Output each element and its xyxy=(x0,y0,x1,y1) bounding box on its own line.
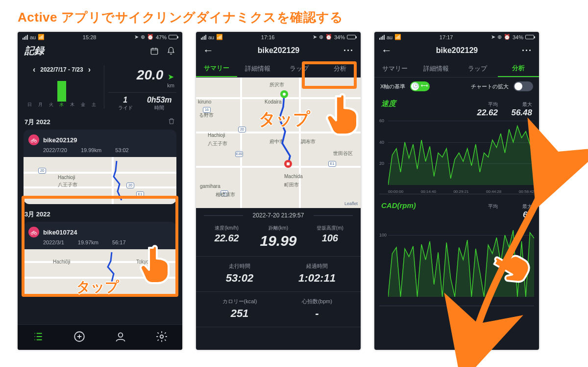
more-menu-button[interactable]: ··· xyxy=(343,46,354,56)
wifi-icon: 📶 xyxy=(38,34,45,40)
bike-icon xyxy=(28,134,39,145)
date-range-label: 2022/7/17 - 7/23 xyxy=(40,66,83,73)
screen-title: bike202129 xyxy=(258,46,299,55)
screenshot-analysis: au 📶 17:17 ➤⊕⏰ 34% ← bike202129 ··· サマリー… xyxy=(374,32,539,350)
month-heading: 3月 2022 xyxy=(24,210,50,219)
rides-count-label: ライド xyxy=(108,105,143,111)
status-bar: au 📶 15:28 ➤ ⊕ ⏰ 47% xyxy=(18,32,182,40)
elevation-label: 登坂高度(m) xyxy=(304,225,356,232)
next-week-button[interactable]: › xyxy=(88,65,91,74)
elapsed-time-label: 経過時間 xyxy=(278,262,356,270)
screen-title: 記録 xyxy=(24,44,44,57)
tab-bar: サマリー 詳細情報 ラップ 分析 xyxy=(374,60,539,78)
tab-summary[interactable]: サマリー xyxy=(196,60,237,77)
weekday-label: 日 xyxy=(25,102,34,108)
weekday-label: 水 xyxy=(57,102,66,108)
chart-zoom-label: チャートの拡大 xyxy=(471,83,509,90)
hr-label: 心拍数(bpm) xyxy=(278,298,356,305)
calories-value: 251 xyxy=(201,307,278,320)
back-button[interactable]: ← xyxy=(203,44,214,57)
tab-laps[interactable]: ラップ xyxy=(278,60,319,77)
max-label: 最大 xyxy=(498,101,532,108)
moving-time-value: 53:02 xyxy=(201,272,278,285)
bell-icon[interactable] xyxy=(167,47,175,55)
status-bar: au 📶 17:17 ➤⊕⏰ 34% xyxy=(374,32,539,40)
weekday-label: 金 xyxy=(79,102,88,108)
battery-pct: 34% xyxy=(334,34,345,40)
ride-card[interactable]: bike202129 2022/7/20 19.99km 53:02 20 20… xyxy=(24,130,176,204)
tab-analysis[interactable]: 分析 xyxy=(498,60,539,77)
svg-point-4 xyxy=(34,233,37,235)
cad-max-value: 64 xyxy=(498,210,532,220)
battery-icon xyxy=(525,35,534,39)
trend-arrow-icon: ➤ xyxy=(168,72,174,81)
wifi-icon: 📶 xyxy=(394,34,401,40)
ride-date: 2022/3/1 xyxy=(43,239,64,245)
distance-unit: km xyxy=(167,82,174,88)
svg-point-1 xyxy=(31,140,33,143)
weekday-label: 月 xyxy=(36,102,45,108)
bike-icon xyxy=(28,227,39,237)
battery-icon xyxy=(347,35,356,39)
carrier-label: au xyxy=(208,34,214,40)
tab-details[interactable]: 詳細情報 xyxy=(416,60,457,77)
annotation-tap-label: タップ xyxy=(259,108,310,131)
screen-title: bike202129 xyxy=(436,46,478,55)
total-time-label: 時間 xyxy=(142,105,176,111)
status-time: 17:17 xyxy=(440,34,453,40)
speed-max-value: 56.48 xyxy=(498,108,532,118)
bottom-nav xyxy=(18,324,182,350)
more-menu-button[interactable]: ··· xyxy=(522,46,532,56)
carrier-label: au xyxy=(387,34,392,40)
nav-settings-icon[interactable] xyxy=(155,330,168,344)
stats-row-time: 走行時間 53:02 経過時間 1:02:11 xyxy=(196,257,361,292)
distance-label: 距離(km) xyxy=(252,225,304,232)
nav-list-icon[interactable] xyxy=(32,330,45,344)
speed-chart[interactable]: 20406000:00:0000:14:4000:29:2100:44:2800… xyxy=(379,121,534,194)
ride-title: bike202129 xyxy=(43,136,77,144)
ride-map-thumb: 20 20 E1 Hachioji 八王子市 xyxy=(24,157,176,204)
signal-icon xyxy=(379,35,385,40)
speed-value: 22.62 xyxy=(201,233,252,244)
trash-icon[interactable] xyxy=(168,117,175,127)
wifi-icon: 📶 xyxy=(216,34,223,40)
chart-title-cadence: CAD(rpm) xyxy=(381,201,464,210)
hr-value: - xyxy=(278,307,356,320)
moving-time-label: 走行時間 xyxy=(201,262,278,270)
prev-week-button[interactable]: ‹ xyxy=(33,65,35,74)
location-icon: ➤ xyxy=(134,34,139,40)
carrier-label: au xyxy=(30,34,36,40)
x-axis-basis-label: X軸の基準 xyxy=(380,83,405,90)
status-time: 17:16 xyxy=(261,34,275,40)
stats-row-misc: カロリー(kcal) 251 心拍数(bpm) - xyxy=(196,292,361,327)
weekday-label: 木 xyxy=(68,102,77,108)
status-bar: au 📶 17:16 ➤⊕⏰ 34% xyxy=(196,32,361,40)
route-end-pin-icon xyxy=(284,160,292,168)
calories-label: カロリー(kcal) xyxy=(201,298,278,305)
battery-icon xyxy=(169,35,177,39)
ride-date: 2022/7/20 xyxy=(43,147,67,153)
tab-details[interactable]: 詳細情報 xyxy=(237,60,278,77)
tab-laps[interactable]: ラップ xyxy=(457,60,498,77)
tab-summary[interactable]: サマリー xyxy=(374,60,416,77)
speed-avg-value: 22.62 xyxy=(464,108,498,118)
annotation-tap-hand-icon xyxy=(325,91,361,136)
chart-zoom-toggle[interactable] xyxy=(514,81,533,91)
tab-analysis[interactable]: 分析 xyxy=(319,60,361,77)
ride-timestamp: 2022-7-20 21:29:57 xyxy=(196,208,361,223)
back-button[interactable]: ← xyxy=(381,44,392,57)
page-title: Active アプリでサイクリングダイナミクスを確認する xyxy=(0,0,588,26)
nav-add-icon[interactable] xyxy=(73,330,86,344)
route-start-pin-icon xyxy=(280,90,288,98)
battery-pct: 47% xyxy=(156,34,167,40)
nav-profile-icon[interactable] xyxy=(114,330,127,344)
distance-value: 19.99 xyxy=(252,233,304,249)
total-time-value: 0h53m xyxy=(142,96,176,105)
ride-distance: 19.99km xyxy=(81,147,101,153)
calendar-icon[interactable] xyxy=(150,47,159,55)
status-time: 15:28 xyxy=(83,34,97,40)
speed-label: 速度(km/h) xyxy=(201,225,252,232)
x-axis-basis-toggle[interactable]: 🕑⟷ xyxy=(410,81,430,91)
ride-title: bike010724 xyxy=(43,229,77,236)
ride-duration: 56:17 xyxy=(112,239,126,245)
